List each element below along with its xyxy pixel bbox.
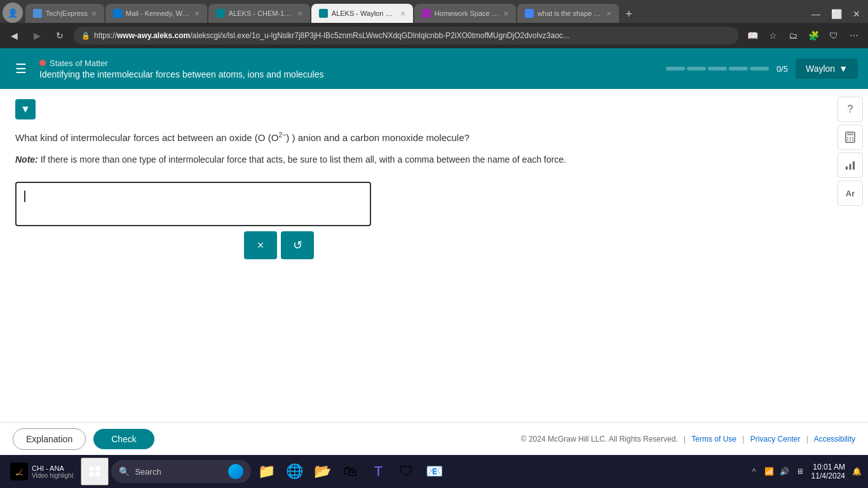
new-tab-button[interactable]: +: [620, 5, 638, 23]
tab-mail[interactable]: Mail - Kennedy, Way... ✕: [105, 4, 207, 23]
tab-homework[interactable]: Homework Space -... ✕: [414, 4, 516, 23]
tab-favicon: [319, 9, 328, 18]
answer-input[interactable]: [15, 182, 371, 226]
back-button[interactable]: ◀: [5, 27, 23, 44]
sep3: |: [806, 435, 808, 444]
time-display[interactable]: 10:01 AM 11/4/2024: [811, 463, 845, 480]
tab-favicon: [33, 9, 42, 18]
reload-button[interactable]: ↻: [51, 27, 69, 44]
nhl-notification[interactable]: 🏒 CHI - ANA Video highlight: [5, 460, 78, 483]
more-icon[interactable]: ⋯: [845, 27, 863, 44]
display-icon[interactable]: 🖥: [794, 465, 806, 478]
shield-icon[interactable]: 🛡: [825, 27, 843, 44]
tab-favicon: [216, 9, 225, 18]
progress-label: 0/5: [776, 64, 788, 74]
footer: Explanation Check © 2024 McGraw Hill LLC…: [0, 422, 868, 455]
question-area: ▼ What kind of intermolecular forces act…: [0, 89, 868, 422]
explanation-button[interactable]: Explanation: [13, 428, 86, 450]
menu-button[interactable]: ☰: [10, 56, 32, 81]
note-label: Note:: [15, 154, 38, 165]
periodic-table-button[interactable]: Ar: [837, 180, 863, 206]
svg-rect-10: [853, 161, 855, 170]
security-icon: 🔒: [81, 32, 90, 40]
module-dot: [39, 60, 46, 66]
search-icon: 🔍: [119, 466, 130, 477]
taskbar-app-mcafee[interactable]: 🛡: [393, 459, 419, 484]
lesson-title: Identifying the intermolecular forces be…: [39, 69, 666, 79]
address-bar[interactable]: 🔒 https://www-awy.aleks.com/alekscgi/x/l…: [74, 27, 738, 44]
extensions-icon[interactable]: 🧩: [804, 27, 822, 44]
svg-point-3: [850, 137, 851, 139]
progress-seg-3: [708, 67, 727, 71]
user-menu-button[interactable]: Waylon ▼: [796, 58, 858, 79]
taskbar-app-store[interactable]: 🛍: [337, 459, 363, 484]
sep1: |: [684, 435, 686, 444]
cursor: [24, 191, 25, 202]
chart-button[interactable]: [837, 152, 863, 178]
taskbar-app-explorer[interactable]: 📂: [309, 459, 335, 484]
svg-point-6: [850, 140, 851, 141]
nhl-label: Video highlight: [32, 472, 73, 479]
taskbar-app-browser[interactable]: 🌐: [281, 459, 307, 484]
tab-label: Homework Space -...: [435, 10, 499, 17]
taskbar-search[interactable]: 🔍 Search: [111, 460, 251, 483]
tab-aleks-waylon[interactable]: ALEKS - Waylon Ken... ✕: [311, 4, 413, 23]
tab-close[interactable]: ✕: [606, 10, 611, 17]
start-button[interactable]: [81, 458, 109, 485]
taskbar-right: ^ 📶 🔊 🖥 10:01 AM 11/4/2024 🔔: [748, 463, 863, 480]
volume-icon[interactable]: 🔊: [778, 465, 791, 478]
tab-close[interactable]: ✕: [297, 10, 302, 17]
tab-close[interactable]: ✕: [92, 10, 97, 17]
svg-point-5: [847, 140, 848, 141]
progress-seg-5: [750, 67, 769, 71]
terms-link[interactable]: Terms of Use: [691, 435, 736, 444]
tab-close[interactable]: ✕: [400, 10, 405, 17]
nhl-icon: 🏒: [10, 463, 28, 480]
tab-search[interactable]: what is the shape o... ✕: [517, 4, 619, 23]
clear-button[interactable]: ×: [244, 231, 277, 259]
tab-aleks-chem[interactable]: ALEKS - CHEM-1110 ✕: [208, 4, 310, 23]
header-title: States of Matter Identifying the intermo…: [39, 58, 666, 79]
help-button[interactable]: ?: [837, 97, 863, 122]
progress-section: 0/5: [666, 64, 788, 74]
svg-rect-8: [846, 166, 848, 170]
taskbar-app-outlook[interactable]: 📧: [421, 459, 447, 484]
taskbar-app-files[interactable]: 📁: [254, 459, 279, 484]
taskbar-app-teams[interactable]: T: [365, 459, 391, 484]
minimize-button[interactable]: —: [807, 5, 825, 23]
tab-techexpress[interactable]: Tech|Express ✕: [25, 4, 104, 23]
reader-icon[interactable]: 📖: [743, 27, 761, 44]
svg-rect-9: [850, 164, 851, 170]
user-name: Waylon: [806, 64, 835, 74]
main-container: ☰ States of Matter Identifying the inter…: [0, 48, 868, 455]
favorites-icon[interactable]: ☆: [764, 27, 782, 44]
svg-rect-1: [847, 133, 853, 135]
privacy-link[interactable]: Privacy Center: [750, 435, 801, 444]
accessibility-link[interactable]: Accessibility: [814, 435, 855, 444]
tab-close[interactable]: ✕: [194, 10, 200, 17]
chevron-down-icon: ▼: [839, 64, 848, 74]
tab-favicon: [422, 9, 431, 18]
clock-time: 10:01 AM: [811, 463, 845, 471]
network-icon[interactable]: 📶: [763, 465, 776, 478]
sep2: |: [742, 435, 744, 444]
question-text: What kind of intermolecular forces act b…: [15, 130, 853, 146]
calculator-button[interactable]: [837, 125, 863, 150]
chevron-up-icon[interactable]: ^: [748, 465, 761, 478]
tab-favicon: [525, 9, 534, 18]
check-button[interactable]: Check: [93, 429, 154, 449]
reset-button[interactable]: ↺: [281, 231, 314, 259]
toggle-button[interactable]: ▼: [15, 99, 36, 119]
close-button[interactable]: ✕: [848, 5, 865, 23]
svg-point-4: [852, 137, 853, 139]
restore-button[interactable]: ⬜: [827, 5, 845, 23]
progress-seg-2: [687, 67, 706, 71]
note-body: If there is more than one type of interm…: [41, 154, 566, 165]
notification-icon[interactable]: 🔔: [850, 465, 863, 478]
profile-icon[interactable]: 👤: [3, 3, 23, 23]
forward-button[interactable]: ▶: [28, 27, 46, 44]
module-label: States of Matter: [50, 58, 108, 68]
tab-close[interactable]: ✕: [503, 10, 508, 17]
nhl-info: CHI - ANA Video highlight: [32, 464, 73, 479]
collections-icon[interactable]: 🗂: [784, 27, 802, 44]
